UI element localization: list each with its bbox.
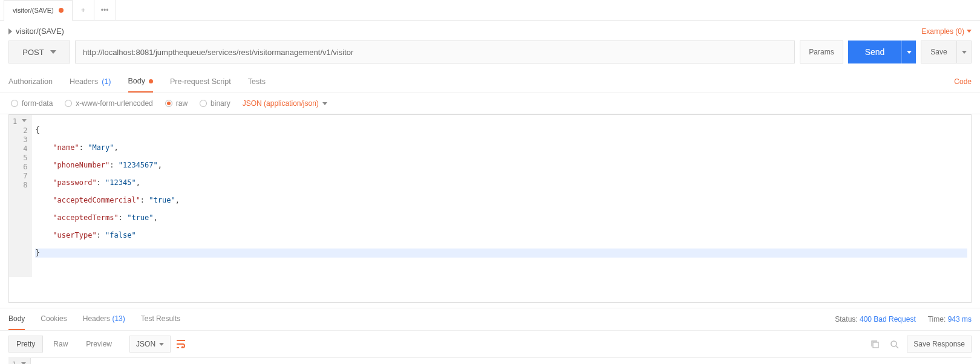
- radio-binary[interactable]: binary: [200, 99, 230, 108]
- code-key: "name": [53, 143, 79, 152]
- chevron-down-icon: [907, 51, 912, 54]
- copy-response-button[interactable]: [868, 337, 881, 351]
- code-link[interactable]: Code: [954, 71, 972, 92]
- response-toolbar: Pretty Raw Preview JSON Save Response: [0, 331, 980, 357]
- view-raw-label: Raw: [53, 340, 68, 348]
- code-content[interactable]: { "name": "Mary", "phoneNumber": "123456…: [31, 115, 971, 277]
- new-tab-button[interactable]: +: [73, 0, 94, 21]
- radio-binary-label: binary: [211, 99, 230, 108]
- code-line: {: [35, 126, 39, 134]
- radio-urlencoded-label: x-www-form-urlencoded: [76, 99, 152, 108]
- resp-tab-cookies[interactable]: Cookies: [41, 308, 67, 330]
- status-value: 400 Bad Request: [860, 315, 916, 323]
- send-label: Send: [865, 47, 885, 57]
- tab-prerequest[interactable]: Pre-request Script: [170, 71, 231, 92]
- radio-icon: [165, 100, 172, 107]
- chevron-down-icon: [159, 343, 164, 346]
- request-name: visitor/(SAVE): [16, 27, 64, 36]
- save-dropdown[interactable]: [957, 41, 972, 63]
- send-dropdown[interactable]: [901, 41, 916, 63]
- radio-icon: [200, 100, 207, 107]
- radio-form-data-label: form-data: [22, 99, 53, 108]
- request-title[interactable]: visitor/(SAVE): [8, 27, 64, 36]
- view-preview-label: Preview: [86, 340, 112, 348]
- code-link-label: Code: [954, 77, 972, 86]
- svg-rect-0: [873, 342, 878, 348]
- tab-body-label: Body: [128, 77, 146, 85]
- view-pretty-label: Pretty: [16, 340, 35, 348]
- code-key: "acceptedTerms": [53, 213, 118, 222]
- url-input[interactable]: http://localhost:8081/jumpthequeue/servi…: [75, 41, 795, 63]
- resp-tab-headers[interactable]: Headers (13): [83, 308, 125, 330]
- triangle-down-icon: [967, 30, 972, 33]
- examples-dropdown[interactable]: Examples (0): [921, 27, 972, 36]
- caret-right-icon: [8, 28, 12, 34]
- tab-authorization[interactable]: Authorization: [8, 71, 53, 92]
- code-key: "phoneNumber": [53, 161, 109, 169]
- resp-tab-test-results[interactable]: Test Results: [141, 308, 180, 330]
- time-label: Time:: [928, 315, 946, 323]
- tab-tests[interactable]: Tests: [248, 71, 266, 92]
- save-button[interactable]: Save: [921, 41, 957, 63]
- content-type-label: JSON (application/json): [243, 99, 319, 108]
- tab-prerequest-label: Pre-request Script: [170, 77, 231, 86]
- radio-urlencoded[interactable]: x-www-form-urlencoded: [65, 99, 152, 108]
- line-gutter: 1 2345678: [9, 115, 31, 277]
- line-gutter: 1 2345 6 78910: [8, 358, 31, 364]
- params-button[interactable]: Params: [800, 41, 843, 63]
- code-line: }: [35, 249, 39, 257]
- svg-point-1: [891, 341, 897, 346]
- code-val: "12345": [105, 178, 136, 187]
- code-val: "true": [127, 213, 153, 222]
- resp-tab-cookies-label: Cookies: [41, 314, 67, 323]
- time-value: 943 ms: [948, 315, 972, 323]
- body-modified-icon: [149, 79, 153, 83]
- radio-raw[interactable]: raw: [165, 99, 188, 108]
- radio-raw-label: raw: [176, 99, 188, 108]
- code-key: "acceptedCommercial": [53, 196, 140, 204]
- code-content[interactable]: { "code": "ValidationError", "message": …: [31, 358, 972, 364]
- request-row: POST http://localhost:8081/jumpthequeue/…: [0, 41, 980, 71]
- response-body-viewer[interactable]: 1 2345 6 78910 { "code": "ValidationErro…: [8, 357, 972, 364]
- chevron-down-icon: [962, 51, 967, 54]
- content-type-select[interactable]: JSON (application/json): [243, 99, 327, 108]
- resp-tab-body[interactable]: Body: [8, 308, 25, 330]
- tab-tests-label: Tests: [248, 77, 266, 86]
- tab-overflow-button[interactable]: •••: [94, 0, 116, 21]
- radio-icon: [11, 100, 18, 107]
- tab-title: visitor/(SAVE): [13, 7, 54, 14]
- tab-headers[interactable]: Headers (1): [70, 71, 111, 92]
- view-preview[interactable]: Preview: [78, 336, 120, 353]
- code-val: "false": [105, 231, 136, 239]
- save-group: Save: [921, 41, 972, 63]
- tab-headers-label: Headers: [70, 77, 98, 86]
- search-response-button[interactable]: [887, 337, 901, 351]
- method-select[interactable]: POST: [8, 41, 70, 63]
- tab-body[interactable]: Body: [128, 71, 154, 93]
- view-raw[interactable]: Raw: [45, 336, 76, 353]
- radio-icon: [65, 100, 72, 107]
- view-pretty[interactable]: Pretty: [8, 336, 43, 353]
- chevron-down-icon: [50, 50, 56, 54]
- request-tabs: Authorization Headers (1) Body Pre-reque…: [0, 71, 980, 93]
- resp-tab-body-label: Body: [8, 314, 25, 323]
- save-response-label: Save Response: [913, 340, 965, 348]
- resp-headers-count: (13): [112, 314, 125, 323]
- response-tabs: Body Cookies Headers (13) Test Results S…: [0, 308, 980, 331]
- examples-label: Examples (0): [921, 27, 964, 36]
- params-label: Params: [809, 48, 834, 56]
- code-key: "userType": [53, 231, 96, 239]
- response-meta: Status: 400 Bad Request Time: 943 ms: [835, 315, 972, 323]
- code-key: "password": [53, 178, 96, 187]
- format-select[interactable]: JSON: [129, 336, 171, 353]
- radio-form-data[interactable]: form-data: [11, 99, 53, 108]
- tab-visitor-save[interactable]: visitor/(SAVE): [4, 0, 73, 21]
- save-response-button[interactable]: Save Response: [907, 336, 972, 353]
- headers-count: (1): [102, 77, 111, 86]
- request-title-row: visitor/(SAVE) Examples (0): [0, 21, 980, 41]
- unsaved-indicator-icon: [59, 8, 64, 13]
- request-body-editor[interactable]: 1 2345678 { "name": "Mary", "phoneNumber…: [8, 114, 972, 303]
- send-button[interactable]: Send: [848, 41, 901, 63]
- tab-bar: visitor/(SAVE) + •••: [0, 0, 980, 21]
- wrap-lines-button[interactable]: [173, 336, 189, 352]
